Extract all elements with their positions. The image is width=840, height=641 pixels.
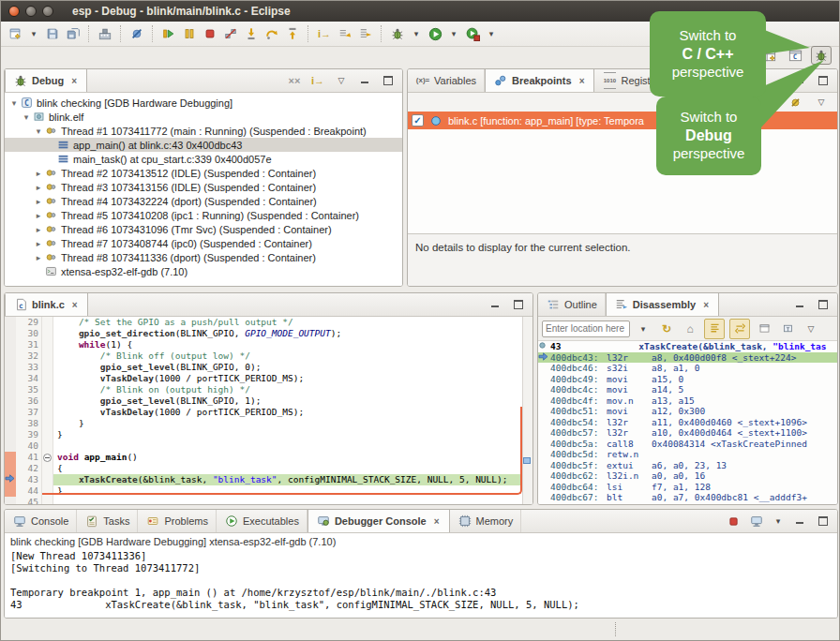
tab-blink-c[interactable]: cblink.c× xyxy=(5,293,88,316)
disassembly-line[interactable]: 400dbc49:movia15, 0 xyxy=(538,374,837,385)
disassembly-source-line[interactable]: 43 xTaskCreate(&blink_task, "blink_tas xyxy=(538,341,837,352)
disassembly-line[interactable]: 400dbc6b:bnonea0, a1, 0x400dbc8b <__addd… xyxy=(538,503,837,505)
minimize-button[interactable] xyxy=(790,296,809,313)
disassembly-line[interactable]: 400dbc64:lsif7, a1, 128 xyxy=(538,482,837,493)
dropdown-arrow-button[interactable]: ▾ xyxy=(26,23,41,44)
debug-perspective-button[interactable] xyxy=(811,46,832,65)
new-disassembly-view-button[interactable] xyxy=(755,319,773,339)
tab-outline[interactable]: Outline xyxy=(538,293,606,316)
code-line[interactable]: 34 vTaskDelay(1000 / portTICK_PERIOD_MS)… xyxy=(5,373,532,384)
close-icon[interactable]: × xyxy=(701,299,711,311)
code-line[interactable]: 44} xyxy=(5,485,532,497)
disassembly-listing[interactable]: 43 xTaskCreate(&blink_task, "blink_tas40… xyxy=(538,341,837,504)
tab-debugger-console[interactable]: Debugger Console× xyxy=(308,510,450,532)
dropdown-arrow-button[interactable]: ▾ xyxy=(771,513,786,529)
window-maximize-button[interactable] xyxy=(42,6,53,17)
instruction-stepping-toggle-button[interactable]: i→ xyxy=(308,72,327,89)
code-line[interactable]: 41void app_main() xyxy=(5,452,532,463)
tab-breakpoints[interactable]: Breakpoints× xyxy=(485,69,594,92)
terminate-console-button[interactable] xyxy=(724,513,742,529)
show-source-flow-button[interactable] xyxy=(336,23,354,44)
disassembly-line[interactable]: 400dbc62:l32i.na0, a0, 16 xyxy=(538,470,837,482)
debug-tree-item[interactable]: ▾blink.elf xyxy=(5,110,402,124)
expander-open-icon[interactable]: ▾ xyxy=(33,127,44,136)
tab-memory[interactable]: Memory xyxy=(450,510,522,532)
debug-tree-item[interactable]: ▾Thread #1 1073411772 (main : Running) (… xyxy=(5,124,402,138)
maximize-button[interactable] xyxy=(379,72,398,89)
code-line[interactable]: 42{ xyxy=(5,463,532,474)
overview-ruler-marker[interactable] xyxy=(523,457,531,464)
step-over-button[interactable] xyxy=(262,23,281,44)
code-line[interactable]: 36 gpio_set_level(BLINK_GPIO, 1); xyxy=(5,395,532,407)
refresh-button[interactable]: ↻ xyxy=(657,319,676,339)
debug-tree-item[interactable]: ▸Thread #6 1073431096 (Tmr Svc) (Suspend… xyxy=(5,222,402,236)
disassembly-line[interactable]: 400dbc5f:extuia6, a0, 23, 13 xyxy=(538,460,837,471)
code-line[interactable]: 45 xyxy=(5,497,532,504)
breakpoint-checkbox[interactable]: ✓ xyxy=(412,114,424,127)
external-tools-button[interactable] xyxy=(463,23,482,44)
debug-button[interactable] xyxy=(388,23,407,44)
expander-closed-icon[interactable]: ▸ xyxy=(33,183,44,192)
skip-all-breakpoints-button[interactable] xyxy=(786,92,804,112)
save-button[interactable] xyxy=(43,23,62,44)
maximize-button[interactable] xyxy=(509,296,528,313)
build-button[interactable] xyxy=(96,23,114,44)
maximize-button[interactable] xyxy=(814,296,832,313)
dropdown-arrow-button[interactable]: ▾ xyxy=(409,23,424,44)
code-line[interactable]: 38 } xyxy=(5,418,532,429)
remove-all-terminated-button[interactable]: ×× xyxy=(285,72,304,89)
disassembly-line[interactable]: 400dbc51:movia12, 0x300 xyxy=(538,406,837,417)
go-to-file-for-breakpoint-button[interactable] xyxy=(759,92,778,112)
debug-tree-item[interactable]: ▸Thread #7 1073408744 (ipc0) (Suspended … xyxy=(5,236,402,250)
step-into-button[interactable] xyxy=(242,23,261,44)
save-all-button[interactable] xyxy=(64,23,82,44)
disassembly-line[interactable]: 400dbc67:blta0, a7, 0x400dbc81 <__adddf3… xyxy=(538,492,837,503)
debug-tree-item[interactable]: ▸Thread #4 1073432224 (dport) (Suspended… xyxy=(5,194,402,208)
code-line[interactable]: 32 /* Blink off (output low) */ xyxy=(5,350,532,362)
window-close-button[interactable] xyxy=(8,6,20,17)
close-icon[interactable]: × xyxy=(432,515,442,528)
code-line[interactable]: 43 xTaskCreate(&blink_task, "blink_task"… xyxy=(5,474,532,485)
view-menu-button[interactable]: ▽ xyxy=(802,319,820,339)
debug-tree-item[interactable]: ▸Thread #3 1073413156 (IDLE) (Suspended … xyxy=(5,180,402,194)
code-line[interactable]: 33 gpio_set_level(BLINK_GPIO, 0); xyxy=(5,362,532,373)
debug-tree-item[interactable]: app_main() at blink.c:43 0x400dbc43 xyxy=(5,138,402,152)
debug-tree-item[interactable]: ▸Thread #5 1073410208 (ipc1 : Running) (… xyxy=(5,208,402,222)
code-line[interactable]: 37 vTaskDelay(1000 / portTICK_PERIOD_MS)… xyxy=(5,407,532,418)
close-icon[interactable]: × xyxy=(70,299,80,311)
code-line[interactable]: 29 /* Set the GPIO as a push/pull output… xyxy=(5,317,532,328)
code-line[interactable]: 35 /* Blink on (output high) */ xyxy=(5,384,532,395)
expander-closed-icon[interactable]: ▸ xyxy=(33,197,44,206)
disassembly-line[interactable]: 400dbc54:l32ra11, 0x400d0460 <_stext+109… xyxy=(538,417,837,428)
instruction-stepping-button[interactable]: i→ xyxy=(315,23,334,44)
console-body[interactable]: blink checking [GDB Hardware Debugging] … xyxy=(5,533,837,618)
breakpoint-row[interactable]: ✓ blink.c [function: app_main] [type: Te… xyxy=(408,112,837,129)
dropdown-arrow-button[interactable]: ▾ xyxy=(484,23,499,44)
home-button[interactable]: ⌂ xyxy=(681,319,699,339)
c-cpp-perspective-button[interactable]: C xyxy=(785,46,805,65)
debug-tree-item[interactable]: ▸Thread #2 1073413512 (IDLE) (Suspended … xyxy=(5,166,402,180)
overview-ruler[interactable] xyxy=(522,317,532,504)
debug-tree-item[interactable]: ▾Cblink checking [GDB Hardware Debugging… xyxy=(5,96,402,110)
disassembly-line[interactable]: 400dbc4c:movia14, 5 xyxy=(538,384,837,395)
disassembly-line[interactable]: 400dbc46:s32ia8, a1, 0 xyxy=(538,363,837,374)
close-icon[interactable]: × xyxy=(578,75,587,87)
tab-console[interactable]: Console xyxy=(5,510,77,532)
fold-marker[interactable] xyxy=(42,452,53,463)
tab-tasks[interactable]: Tasks xyxy=(77,510,138,532)
show-source-toggle-button[interactable] xyxy=(704,319,725,339)
minimize-button[interactable] xyxy=(790,513,809,529)
tab-problems[interactable]: Problems xyxy=(138,510,216,532)
expander-open-icon[interactable]: ▾ xyxy=(8,98,20,108)
code-line[interactable]: 40 xyxy=(5,440,532,452)
pin-view-button[interactable] xyxy=(778,319,797,339)
expander-closed-icon[interactable]: ▸ xyxy=(33,225,44,234)
code-area[interactable]: 29 /* Set the GPIO as a push/pull output… xyxy=(5,317,532,504)
minimize-button[interactable] xyxy=(790,72,809,89)
new-wizard-button[interactable] xyxy=(6,23,24,44)
terminate-button[interactable] xyxy=(201,23,219,44)
disassembly-line[interactable]: 400dbc43:l32ra8, 0x400d00f8 <_stext+224> xyxy=(538,352,837,364)
tab-disassembly[interactable]: Disassembly× xyxy=(606,293,719,316)
debug-tree-item[interactable]: main_task() at cpu_start.c:339 0x400d057… xyxy=(5,152,402,166)
view-menu-button[interactable]: ▽ xyxy=(332,72,351,89)
